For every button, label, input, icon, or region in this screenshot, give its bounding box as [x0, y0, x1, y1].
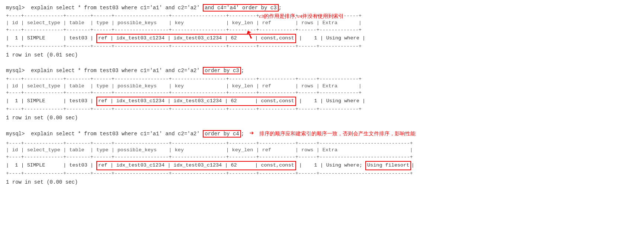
block2-row-post: | 1 | Using where | [296, 97, 365, 105]
terminal: mysql> explain select * from test03 wher… [6, 4, 638, 186]
block2-header: | id | select_type | table | type | poss… [6, 83, 638, 90]
block3-row-post: | [411, 162, 414, 170]
block1-sep2: +----+-------------+--------+------+----… [6, 27, 638, 34]
block2-cmd: mysql> explain select * from test03 wher… [6, 67, 638, 75]
block2-sep3: +----+-------------+--------+------+----… [6, 106, 638, 113]
block2-cmd-prefix: mysql> explain select * from test03 wher… [6, 68, 203, 74]
block2-data-row: | 1 | SIMPLE | test03 | ref | idx_test03… [6, 97, 638, 106]
block1-cmd-highlight: and c4='a4' order by c3 [203, 4, 278, 12]
block1-annotation-text: c3的作用是排序, c4并没有使用到索引 [259, 12, 344, 20]
block2: mysql> explain select * from test03 wher… [6, 67, 638, 122]
block3-row-pre: | 1 | SIMPLE | test03 | [6, 162, 96, 170]
block3-cmd-suffix: ; [241, 131, 244, 137]
block3-row-filesort: Using filesort [365, 161, 411, 170]
block1-row-pre: | 1 | SIMPLE | test03 | [6, 35, 96, 42]
block3-arrow-right: ➔ [250, 129, 254, 138]
block2-sep2: +----+-------------+--------+------+----… [6, 90, 638, 97]
block2-sep1: +----+-------------+--------+------+----… [6, 76, 638, 83]
block2-row-boxed: ref | idx_test03_c1234 | idx_test03_c123… [96, 97, 296, 106]
block3-cmd-highlight: order by c4 [203, 130, 241, 138]
block3-rowcount: 1 row in set (0.00 sec) [6, 178, 638, 186]
block3-header: | id | select_type | table | type | poss… [6, 147, 638, 154]
block3: mysql> explain select * from test03 wher… [6, 128, 638, 187]
block3-sep2: +----+-------------+--------+------+----… [6, 154, 638, 161]
block1-cmd: mysql> explain select * from test03 wher… [6, 4, 638, 12]
block1-cmd-prefix: mysql> explain select * from test03 wher… [6, 5, 203, 11]
block1-cmd-suffix: ; [279, 5, 282, 11]
block1-rowcount: 1 row in set (0.01 sec) [6, 51, 638, 59]
block2-row-pre: | 1 | SIMPLE | test03 | [6, 97, 96, 105]
block3-sep1: +----+-------------+--------+------+----… [6, 140, 638, 147]
block1-row-post: | 1 | Using where | [296, 35, 365, 42]
block2-rowcount: 1 row in set (0.00 sec) [6, 114, 638, 122]
block1-header: | id | select_type | table | type | poss… [6, 20, 638, 27]
block2-cmd-highlight: order by c3 [203, 67, 241, 74]
block3-row-mid: | 1 | Using where; [296, 162, 365, 170]
block3-row-boxed: ref | idx_test03_c1234 | idx_test03_c123… [96, 161, 296, 170]
block3-annotation-inline: 排序的顺序应和建索引的顺序一致，否则会产生文件排序，影响性能 [259, 131, 416, 136]
block3-sep3: +----+-------------+--------+------+----… [6, 170, 638, 177]
block3-data-row: | 1 | SIMPLE | test03 | ref | idx_test03… [6, 161, 638, 170]
block1-sep3: +----+-------------+--------+------+----… [6, 43, 638, 50]
block3-cmd: mysql> explain select * from test03 wher… [6, 128, 638, 139]
block1-data-row: | 1 | SIMPLE | test03 | ref | idx_test03… [6, 34, 638, 43]
block3-cmd-prefix: mysql> explain select * from test03 wher… [6, 131, 203, 137]
block1-row-boxed: ref | idx_test03_c1234 | idx_test03_c123… [96, 34, 296, 43]
block2-cmd-suffix: ; [241, 68, 244, 74]
